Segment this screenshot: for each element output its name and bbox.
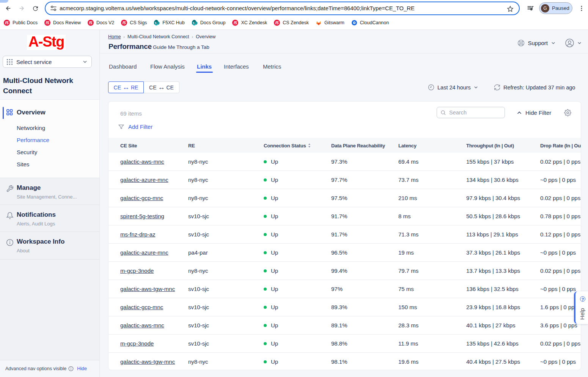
svg-text:S: S	[192, 21, 194, 25]
svg-text:S: S	[155, 21, 157, 25]
